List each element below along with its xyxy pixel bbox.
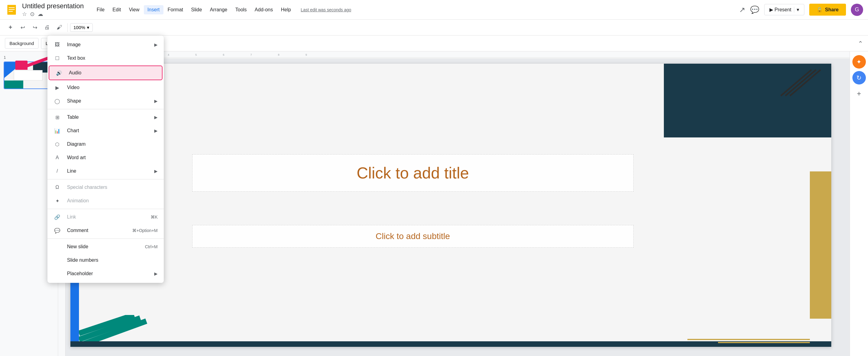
wordart-icon: A bbox=[54, 154, 61, 161]
last-edit-status[interactable]: Last edit was seconds ago bbox=[301, 7, 351, 12]
share-button[interactable]: 🔒 Share bbox=[809, 4, 846, 16]
menu-edit[interactable]: Edit bbox=[109, 5, 125, 14]
line-icon: / bbox=[54, 168, 61, 175]
avatar[interactable]: G bbox=[851, 4, 863, 16]
slide-thumbnail[interactable] bbox=[4, 62, 53, 89]
toolbar: + ↩ ↪ 🖨 🖌 100% ▾ bbox=[0, 20, 868, 35]
add-button[interactable]: + bbox=[5, 22, 16, 33]
menu-addons[interactable]: Add-ons bbox=[251, 5, 277, 14]
line-arrow: ▶ bbox=[154, 169, 158, 174]
svg-line-16 bbox=[785, 70, 816, 96]
comment-icon[interactable]: 💬 bbox=[750, 5, 760, 14]
insert-dropdown-menu: 🖼 Image ▶ ☐ Text box 🔊 Audio ▶ Video ◯ S… bbox=[48, 35, 164, 283]
slide-numbers-icon bbox=[54, 257, 61, 264]
table-arrow: ▶ bbox=[154, 115, 158, 120]
image-arrow: ▶ bbox=[154, 42, 158, 47]
explore-icon[interactable]: ↗ bbox=[739, 5, 745, 14]
background-button[interactable]: Background bbox=[5, 38, 38, 49]
line-label: Line bbox=[67, 168, 148, 174]
menu-item-chart[interactable]: 📊 Chart ▶ bbox=[48, 124, 164, 138]
undo-button[interactable]: ↩ bbox=[17, 22, 28, 33]
comment-label: Comment bbox=[67, 228, 126, 233]
shape-arrow: ▶ bbox=[154, 98, 158, 103]
svg-text:8: 8 bbox=[278, 53, 279, 56]
horizontal-ruler: 1 2 3 4 5 6 7 8 9 bbox=[58, 52, 850, 59]
chart-label: Chart bbox=[67, 128, 148, 134]
video-icon: ▶ bbox=[54, 84, 61, 91]
svg-rect-3 bbox=[8, 7, 15, 8]
menu-item-wordart[interactable]: A Word art bbox=[48, 151, 164, 165]
menu-item-placeholder[interactable]: Placeholder ▶ bbox=[48, 267, 164, 280]
menu-item-shape[interactable]: ◯ Shape ▶ bbox=[48, 94, 164, 108]
table-label: Table bbox=[67, 115, 148, 120]
history-icon[interactable]: ⊙ bbox=[30, 11, 35, 18]
title-placeholder[interactable]: Click to add title bbox=[192, 154, 633, 191]
slide-main-canvas[interactable]: Click to add title Click to add subtitle bbox=[70, 64, 831, 347]
collapse-toolbar-button[interactable]: ⌃ bbox=[858, 40, 863, 47]
menu-item-video[interactable]: ▶ Video bbox=[48, 81, 164, 94]
animation-label: Animation bbox=[67, 198, 158, 204]
diagram-icon: ⬡ bbox=[54, 141, 61, 148]
menu-divider-4 bbox=[48, 238, 164, 239]
menu-item-slide-numbers[interactable]: Slide numbers bbox=[48, 254, 164, 267]
svg-text:7: 7 bbox=[250, 53, 252, 56]
top-right-actions: ↗ 💬 ▶ Present ▾ 🔒 Share G bbox=[739, 4, 863, 16]
cloud-icon[interactable]: ☁ bbox=[38, 11, 43, 18]
menu-file[interactable]: File bbox=[93, 5, 108, 14]
image-label: Image bbox=[67, 42, 148, 48]
panel-icon-blue[interactable]: ↻ bbox=[852, 71, 866, 85]
zoom-selector[interactable]: 100% ▾ bbox=[70, 23, 93, 32]
textbox-label: Text box bbox=[67, 55, 158, 61]
svg-rect-4 bbox=[8, 9, 15, 10]
slide-numbers-label: Slide numbers bbox=[67, 258, 158, 263]
menu-item-image[interactable]: 🖼 Image ▶ bbox=[48, 38, 164, 52]
menu-item-animation[interactable]: ✦ Animation bbox=[48, 194, 164, 208]
menu-item-comment[interactable]: 💬 Comment ⌘+Option+M bbox=[48, 224, 164, 237]
menu-item-diagram[interactable]: ⬡ Diagram bbox=[48, 138, 164, 151]
subtitle-placeholder[interactable]: Click to add subtitle bbox=[192, 225, 633, 248]
star-icon[interactable]: ☆ bbox=[22, 11, 27, 18]
presentation-title[interactable]: Untitled presentation bbox=[22, 2, 84, 10]
menu-arrange[interactable]: Arrange bbox=[206, 5, 231, 14]
menu-insert[interactable]: Insert bbox=[144, 5, 163, 14]
gold-right-bar bbox=[810, 171, 831, 319]
lock-icon: 🔒 bbox=[816, 7, 823, 12]
menu-item-table[interactable]: ⊞ Table ▶ bbox=[48, 111, 164, 124]
print-button[interactable]: 🖨 bbox=[42, 22, 53, 33]
redo-button[interactable]: ↪ bbox=[29, 22, 40, 33]
link-shortcut: ⌘K bbox=[151, 215, 158, 219]
title-icons-row: ☆ ⊙ ☁ bbox=[22, 11, 84, 18]
comment-menu-icon: 💬 bbox=[54, 227, 61, 234]
present-button[interactable]: ▶ Present ▾ bbox=[764, 4, 804, 15]
menu-item-new-slide[interactable]: New slide Ctrl+M bbox=[48, 240, 164, 254]
animation-icon: ✦ bbox=[54, 197, 61, 205]
menu-item-special-chars[interactable]: Ω Special characters bbox=[48, 181, 164, 194]
dark-lines-tr bbox=[773, 68, 822, 100]
menu-item-audio[interactable]: 🔊 Audio bbox=[49, 65, 162, 80]
title-placeholder-text[interactable]: Click to add title bbox=[202, 164, 624, 182]
menu-slide[interactable]: Slide bbox=[187, 5, 206, 14]
slide-canvas-area: 1 2 3 4 5 6 7 8 9 bbox=[58, 52, 850, 356]
subtitle-placeholder-text[interactable]: Click to add subtitle bbox=[199, 231, 627, 241]
slide-number: 1 bbox=[4, 55, 54, 60]
panel-add-button[interactable]: + bbox=[857, 89, 861, 98]
svg-rect-5 bbox=[8, 11, 13, 12]
menu-tools[interactable]: Tools bbox=[232, 5, 250, 14]
special-chars-label: Special characters bbox=[67, 185, 158, 190]
menu-format[interactable]: Format bbox=[164, 5, 187, 14]
textbox-icon: ☐ bbox=[54, 55, 61, 62]
image-icon: 🖼 bbox=[54, 41, 61, 48]
audio-icon: 🔊 bbox=[55, 69, 63, 77]
placeholder-label: Placeholder bbox=[67, 271, 148, 276]
menu-item-textbox[interactable]: ☐ Text box bbox=[48, 52, 164, 65]
present-dropdown-arrow[interactable]: ▾ bbox=[794, 7, 799, 12]
menu-help[interactable]: Help bbox=[277, 5, 295, 14]
menu-view[interactable]: View bbox=[125, 5, 143, 14]
video-label: Video bbox=[67, 85, 158, 90]
paint-format-button[interactable]: 🖌 bbox=[54, 22, 65, 33]
menu-item-link[interactable]: 🔗 Link ⌘K bbox=[48, 210, 164, 224]
panel-icon-orange[interactable]: ✦ bbox=[852, 55, 866, 68]
menu-item-line[interactable]: / Line ▶ bbox=[48, 165, 164, 178]
svg-text:4: 4 bbox=[168, 53, 169, 56]
shape-label: Shape bbox=[67, 98, 148, 104]
